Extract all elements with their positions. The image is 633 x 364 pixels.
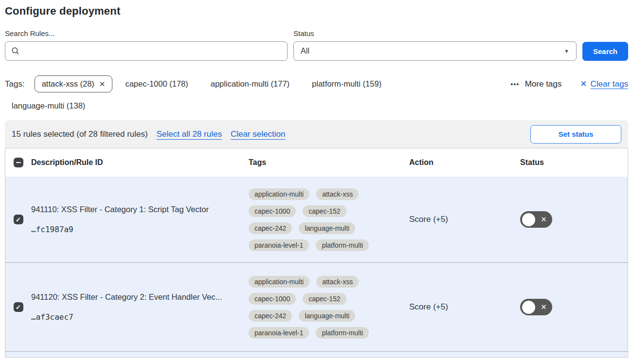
tag-chip: capec-242 (249, 310, 292, 322)
rule-description: 941120: XSS Filter - Category 2: Event H… (31, 292, 241, 302)
action-cell: Score (+5) (409, 302, 520, 312)
tag-chip: platform-multi (316, 327, 369, 339)
search-field-group: Search Rules... (5, 29, 288, 61)
status-selected-value: All (301, 47, 309, 55)
tag-chip: capec-1000 (249, 293, 296, 305)
x-icon: ✕ (580, 79, 587, 89)
row-checkbox-checked[interactable]: ✓ (14, 215, 23, 224)
tag-chip: language-multi (299, 310, 355, 322)
tag-chip: paranoia-level-1 (249, 239, 309, 251)
tag-chip: platform-multi (316, 239, 369, 251)
tag-chip-row: paranoia-level-1platform-multi (249, 239, 409, 251)
tag-chip-list: application-multiattack-xsscapec-1000cap… (249, 276, 409, 339)
tag-chip: capec-152 (303, 293, 346, 305)
header-action: Action (409, 158, 520, 167)
row-checkbox-cell: ✓ (5, 215, 31, 224)
filter-row: Search Rules... Status All ▼ Search (5, 29, 628, 61)
tag-chip: capec-152 (303, 205, 346, 217)
status-cell: ✕ (520, 211, 628, 228)
search-input[interactable] (5, 41, 288, 61)
status-select[interactable]: All ▼ (293, 41, 577, 61)
tag-capec-1000[interactable]: capec-1000 (178) (125, 79, 188, 89)
set-status-button[interactable]: Set status (530, 125, 621, 144)
selection-bar: 15 rules selected (of 28 filtered rules)… (5, 120, 628, 148)
tags-bar: Tags: attack-xss (28) ✕ capec-1000 (178)… (5, 75, 628, 92)
table-row-partial (5, 351, 628, 357)
table-header-row: Description/Rule ID Tags Action Status (5, 148, 628, 177)
toggle-knob (522, 301, 535, 314)
rule-action: Score (+5) (409, 302, 448, 311)
more-tags-label: More tags (525, 79, 562, 89)
search-rules-label: Search Rules... (5, 29, 288, 37)
select-all-link[interactable]: Select all 28 rules (157, 129, 222, 139)
tag-chip-row: application-multiattack-xss (249, 188, 409, 200)
tag-chip: attack-xss (316, 276, 359, 288)
action-cell: Score (+5) (409, 215, 520, 224)
clear-tags-button[interactable]: ✕ Clear tags (580, 79, 628, 89)
tag-chip-row: capec-1000capec-152 (249, 205, 409, 217)
tag-chip-row: capec-242language-multi (249, 222, 409, 234)
row-checkbox-checked[interactable]: ✓ (14, 302, 23, 312)
select-all-checkbox-indeterminate[interactable] (14, 158, 23, 167)
tags-cell: application-multiattack-xsscapec-1000cap… (249, 276, 409, 339)
search-icon (11, 47, 20, 55)
page-title: Configure deployment (5, 5, 628, 18)
table-row: ✓ 941110: XSS Filter - Category 1: Scrip… (5, 177, 628, 262)
rule-action: Score (+5) (409, 215, 448, 224)
tags-label: Tags: (5, 79, 25, 89)
tag-chip: application-multi (249, 276, 309, 288)
x-icon[interactable]: ✕ (99, 80, 106, 89)
more-tags-button[interactable]: ••• More tags (511, 79, 562, 89)
status-label: Status (293, 29, 577, 37)
search-button[interactable]: Search (582, 42, 628, 61)
selected-tag-attack-xss[interactable]: attack-xss (28) ✕ (35, 75, 113, 92)
tag-chip-row: capec-1000capec-152 (249, 293, 409, 305)
selected-tag-label: attack-xss (28) (42, 79, 94, 89)
selection-summary: 15 rules selected (of 28 filtered rules) (12, 129, 148, 139)
x-icon: ✕ (535, 303, 552, 311)
clear-tags-label: Clear tags (591, 79, 628, 89)
tag-chip: application-multi (249, 188, 309, 200)
tags-cell: application-multiattack-xsscapec-1000cap… (249, 188, 409, 251)
tag-chip-row: application-multiattack-xss (249, 276, 409, 288)
ellipsis-icon: ••• (511, 80, 520, 88)
tag-chip: language-multi (299, 222, 355, 234)
header-tags: Tags (249, 158, 409, 167)
tag-chip: paranoia-level-1 (249, 327, 309, 339)
clear-selection-link[interactable]: Clear selection (231, 129, 285, 139)
status-toggle-off[interactable]: ✕ (520, 211, 552, 228)
rules-table: Description/Rule ID Tags Action Status ✓… (5, 148, 628, 358)
rule-description: 941110: XSS Filter - Category 1: Script … (31, 205, 241, 214)
header-description: Description/Rule ID (31, 158, 249, 167)
tags-bar-right: ••• More tags ✕ Clear tags (511, 79, 628, 89)
tag-application-multi[interactable]: application-multi (177) (211, 79, 289, 89)
status-toggle-off[interactable]: ✕ (520, 299, 552, 315)
header-checkbox-cell (5, 158, 31, 167)
tag-chip-list: application-multiattack-xsscapec-1000cap… (249, 188, 409, 251)
status-field-group: Status All ▼ (293, 29, 577, 61)
search-button-wrap: Search (582, 29, 628, 61)
caret-down-icon: ▼ (564, 48, 569, 54)
status-cell: ✕ (520, 299, 628, 315)
tag-language-multi[interactable]: language-multi (138) (12, 101, 85, 110)
rule-id: …fc1987a9 (31, 225, 241, 234)
description-cell: 941110: XSS Filter - Category 1: Script … (31, 205, 249, 234)
tags-bar-row2: language-multi (138) (5, 101, 628, 110)
header-status: Status (520, 158, 628, 167)
tag-chip-row: paranoia-level-1platform-multi (249, 327, 409, 339)
tag-platform-multi[interactable]: platform-multi (159) (312, 79, 381, 89)
table-row: ✓ 941120: XSS Filter - Category 2: Event… (5, 262, 628, 351)
description-cell: 941120: XSS Filter - Category 2: Event H… (31, 292, 249, 322)
tag-chip-row: capec-242language-multi (249, 310, 409, 322)
configure-deployment-page: Configure deployment Search Rules... Sta… (0, 0, 633, 358)
row-checkbox-cell: ✓ (5, 302, 31, 312)
tag-chip: capec-1000 (249, 205, 296, 217)
x-icon: ✕ (535, 215, 552, 224)
toggle-knob (522, 213, 535, 226)
tag-chip: capec-242 (249, 222, 292, 234)
rule-id: …af3caec7 (31, 312, 241, 322)
tag-chip: attack-xss (316, 188, 359, 200)
